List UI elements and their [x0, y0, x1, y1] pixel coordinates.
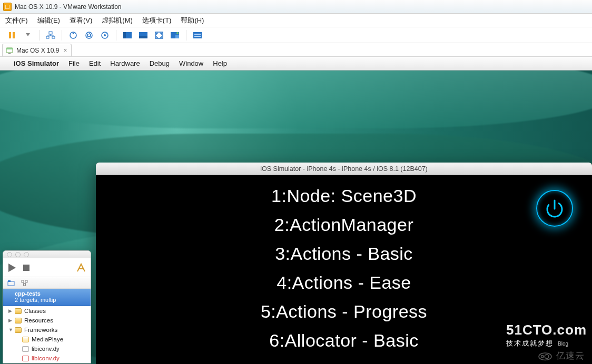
vmware-titlebar: Mac OS X 10.9 - VMware Workstation	[0, 0, 592, 14]
vmware-window-title: Mac OS X 10.9 - VMware Workstation	[15, 3, 122, 11]
xcode-navstrip	[3, 277, 91, 289]
folder-icon	[15, 308, 22, 314]
svg-point-17	[106, 32, 108, 34]
folder-icon	[15, 327, 22, 333]
vm-tab-label: Mac OS X 10.9	[16, 47, 59, 54]
dylib-missing-icon	[22, 356, 29, 361]
xcode-project-name: cpp-tests	[15, 290, 86, 297]
svg-rect-1	[6, 5, 9, 8]
snapshot-revert-icon[interactable]	[83, 29, 95, 41]
nav-symbol-icon[interactable]	[21, 280, 28, 286]
test-row-4[interactable]: 4:Actions - Ease	[96, 268, 592, 297]
svg-rect-35	[23, 265, 29, 271]
vmware-menubar: 文件(F) 编辑(E) 查看(V) 虚拟机(M) 选项卡(T) 帮助(H)	[0, 14, 592, 27]
test-row-1[interactable]: 1:Node: Scene3D	[96, 181, 592, 210]
menu-file[interactable]: 文件(F)	[5, 16, 28, 25]
simulator-title: iOS Simulator - iPhone 4s - iPhone 4s / …	[260, 165, 428, 173]
xcode-project-header[interactable]: cpp-tests 2 targets, multip	[3, 289, 91, 306]
mac-menu-debug[interactable]: Debug	[150, 59, 170, 67]
scheme-icon[interactable]	[76, 262, 86, 273]
svg-point-13	[86, 32, 92, 38]
library-icon[interactable]	[192, 29, 203, 41]
run-icon[interactable]	[7, 262, 17, 273]
svg-rect-27	[194, 34, 201, 35]
xcode-window: cpp-tests 2 targets, multip ▶Classes ▶Re…	[3, 250, 91, 363]
vmware-tabstrip: Mac OS X 10.9 ×	[0, 43, 592, 57]
svg-marker-14	[87, 33, 88, 35]
menu-tabs[interactable]: 选项卡(T)	[142, 16, 172, 25]
framework-icon	[22, 337, 29, 342]
close-icon[interactable]: ×	[63, 47, 67, 54]
traffic-close-icon[interactable]	[7, 252, 12, 257]
svg-rect-37	[8, 281, 14, 286]
watermark-yisu: 亿速云	[537, 350, 585, 362]
svg-rect-21	[139, 36, 147, 38]
dylib-icon	[22, 346, 29, 352]
menu-edit[interactable]: 编辑(E)	[37, 16, 60, 25]
vm-tab-macosx[interactable]: Mac OS X 10.9 ×	[2, 44, 72, 56]
test-row-2[interactable]: 2:ActionManager	[96, 210, 592, 239]
svg-rect-2	[9, 32, 11, 38]
tree-libiconv2[interactable]: libiconv.dy	[3, 353, 91, 363]
svg-rect-5	[46, 36, 49, 38]
svg-point-45	[541, 355, 544, 358]
traffic-min-icon[interactable]	[15, 252, 21, 257]
power-button[interactable]	[536, 190, 573, 227]
svg-rect-40	[25, 280, 27, 282]
svg-rect-3	[13, 32, 15, 38]
svg-rect-38	[8, 280, 11, 282]
svg-marker-31	[8, 53, 11, 54]
svg-rect-39	[22, 280, 24, 282]
dropdown-icon[interactable]	[22, 29, 34, 41]
network-icon[interactable]	[45, 29, 56, 41]
svg-rect-7	[49, 32, 52, 34]
xcode-titlebar[interactable]	[3, 251, 91, 258]
svg-rect-26	[193, 32, 202, 38]
xcode-toolbar	[3, 258, 91, 277]
view-thumbnail-icon[interactable]	[137, 29, 149, 41]
view-console-icon[interactable]	[122, 29, 133, 41]
svg-rect-28	[194, 36, 201, 37]
watermark-51cto: 51CTO.com 技术成就梦想Blog	[506, 322, 587, 348]
svg-marker-4	[26, 33, 30, 36]
svg-marker-34	[8, 264, 16, 272]
svg-rect-41	[24, 284, 26, 286]
menu-vm[interactable]: 虚拟机(M)	[102, 16, 133, 25]
traffic-zoom-icon[interactable]	[24, 252, 29, 257]
pause-icon[interactable]	[6, 29, 18, 41]
tree-frameworks[interactable]: ▼Frameworks	[3, 325, 91, 335]
tree-mediaplayer[interactable]: MediaPlaye	[3, 335, 91, 344]
stop-icon[interactable]	[22, 264, 31, 272]
mac-menu-help[interactable]: Help	[213, 59, 227, 67]
folder-icon	[15, 318, 22, 323]
mac-menubar: iOS Simulator File Edit Hardware Debug W…	[0, 57, 592, 70]
xcode-tree: ▶Classes ▶Resources ▼Frameworks MediaPla…	[3, 306, 91, 363]
tree-resources[interactable]: ▶Resources	[3, 316, 91, 325]
test-row-3[interactable]: 3:Actions - Basic	[96, 239, 592, 268]
mac-menu-hardware[interactable]: Hardware	[110, 59, 140, 67]
vm-tab-icon	[6, 47, 13, 54]
tree-classes[interactable]: ▶Classes	[3, 306, 91, 316]
snapshot-take-icon[interactable]	[67, 29, 79, 41]
svg-rect-24	[175, 35, 179, 38]
mac-menu-edit[interactable]: Edit	[89, 59, 101, 67]
svg-point-46	[545, 355, 549, 359]
tree-libiconv1[interactable]: libiconv.dy	[3, 344, 91, 353]
fullscreen-icon[interactable]	[153, 29, 165, 41]
snapshot-manager-icon[interactable]	[99, 29, 111, 41]
simulator-titlebar[interactable]: iOS Simulator - iPhone 4s - iPhone 4s / …	[96, 163, 592, 175]
mac-menu-file[interactable]: File	[68, 59, 80, 67]
unity-icon[interactable]	[169, 29, 181, 41]
xcode-project-sub: 2 targets, multip	[15, 297, 86, 303]
svg-rect-6	[52, 36, 55, 38]
menu-view[interactable]: 查看(V)	[70, 16, 92, 25]
nav-project-icon[interactable]	[7, 280, 15, 286]
menu-help[interactable]: 帮助(H)	[181, 16, 204, 25]
svg-point-25	[176, 32, 179, 34]
vmware-toolbar	[0, 27, 592, 43]
mac-menu-window[interactable]: Window	[179, 59, 203, 67]
svg-rect-30	[6, 48, 13, 49]
svg-point-16	[104, 34, 106, 36]
vmware-logo-icon	[3, 3, 12, 11]
mac-app-name[interactable]: iOS Simulator	[14, 59, 59, 67]
